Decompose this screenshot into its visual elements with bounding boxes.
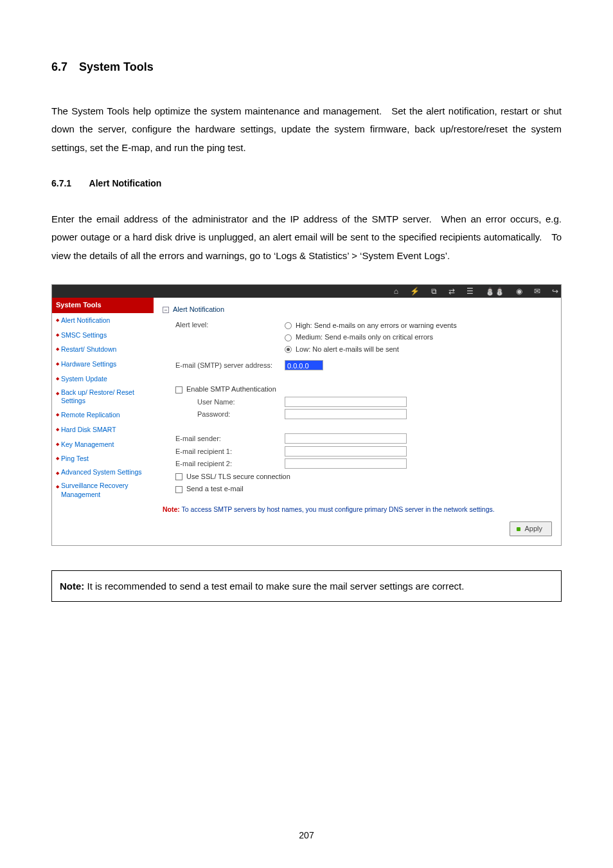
sidebar-item-hard-disk-smart[interactable]: ◆Hard Disk SMART bbox=[52, 422, 154, 437]
sidebar-item-system-update[interactable]: ◆System Update bbox=[52, 372, 154, 386]
section-heading: 6.7 System Tools bbox=[51, 58, 562, 77]
enable-smtp-auth[interactable]: Enable SMTP Authentication bbox=[163, 384, 552, 395]
email-recipient1-input[interactable] bbox=[285, 446, 407, 457]
username-label: User Name: bbox=[163, 397, 285, 408]
alert-level-high[interactable]: High: Send e-mails on any errors or warn… bbox=[285, 320, 552, 332]
document-note-box: Note: It is recommended to send a test e… bbox=[51, 570, 562, 602]
sidebar-item-label: Remote Replication bbox=[61, 410, 151, 420]
users-icon[interactable]: ⛄⛄ bbox=[485, 285, 504, 298]
page-number: 207 bbox=[0, 828, 613, 842]
use-ssl-tls[interactable]: Use SSL/ TLS secure connection bbox=[163, 471, 552, 483]
apply-label: Apply bbox=[524, 523, 542, 535]
sidebar-item-ping-test[interactable]: ◆Ping Test bbox=[52, 451, 154, 466]
alert-level-medium[interactable]: Medium: Send e-mails only on critical er… bbox=[285, 332, 552, 343]
email-recipient2-input[interactable] bbox=[285, 458, 407, 469]
radio-label: Low: No alert e-mails will be sent bbox=[296, 344, 399, 356]
sidebar-item-label: Hardware Settings bbox=[61, 359, 151, 370]
smtp-address-label: E-mail (SMTP) server address: bbox=[163, 360, 285, 372]
collapse-icon[interactable]: − bbox=[163, 307, 169, 313]
sidebar-item-label: Key Management bbox=[61, 439, 151, 450]
lightning-icon[interactable]: ⚡ bbox=[410, 285, 420, 298]
alert-level-label: Alert level: bbox=[163, 320, 285, 356]
sidebar-item-label: Restart/ Shutdown bbox=[61, 344, 151, 355]
top-icon-bar: ⌂ ⚡ ⧉ ⇄ ☰ ⛄⛄ ◉ ✉ ↪ bbox=[52, 285, 561, 298]
logout-icon[interactable]: ↪ bbox=[552, 285, 558, 298]
sidebar-item-label: Advanced System Settings bbox=[61, 468, 151, 477]
transfer-icon[interactable]: ⇄ bbox=[449, 285, 455, 298]
sidebar-header: System Tools bbox=[52, 298, 154, 313]
radio-label: Medium: Send e-mails only on critical er… bbox=[296, 332, 433, 343]
alert-level-low[interactable]: Low: No alert e-mails will be sent bbox=[285, 344, 552, 356]
sidebar-item-label: System Update bbox=[61, 374, 151, 384]
ui-screenshot: ⌂ ⚡ ⧉ ⇄ ☰ ⛄⛄ ◉ ✉ ↪ System Tools ◆Alert N… bbox=[51, 284, 562, 546]
sidebar-item-remote-replication[interactable]: ◆Remote Replication bbox=[52, 408, 154, 422]
checkbox-label: Use SSL/ TLS secure connection bbox=[186, 473, 290, 480]
sidebar-item-smsc-settings[interactable]: ◆SMSC Settings bbox=[52, 328, 154, 343]
sidebar-item-advanced-system-settings[interactable]: ◆Advanced System Settings bbox=[52, 466, 154, 480]
panel-header[interactable]: − Alert Notification bbox=[163, 304, 552, 316]
note-label: Note: bbox=[60, 581, 84, 592]
email-recipient1-label: E-mail recipient 1: bbox=[163, 446, 285, 458]
sidebar-item-alert-notification[interactable]: ◆Alert Notification bbox=[52, 313, 154, 328]
content-panel: − Alert Notification Alert level: High: … bbox=[154, 298, 561, 545]
radio-label: High: Send e-mails on any errors or warn… bbox=[296, 320, 457, 332]
list-icon[interactable]: ☰ bbox=[466, 285, 474, 298]
smtp-address-input[interactable]: 0.0.0.0 bbox=[285, 360, 323, 370]
password-label: Password: bbox=[163, 409, 285, 420]
sidebar-item-key-management[interactable]: ◆Key Management bbox=[52, 437, 154, 452]
username-input[interactable] bbox=[285, 397, 407, 407]
sidebar: System Tools ◆Alert Notification ◆SMSC S… bbox=[52, 298, 154, 545]
sidebar-item-label: SMSC Settings bbox=[61, 330, 151, 341]
config-note: Note: To access SMTP servers by host nam… bbox=[163, 504, 552, 515]
subsection-heading: 6.7.1 Alert Notification bbox=[51, 176, 562, 190]
mail-icon[interactable]: ✉ bbox=[534, 285, 540, 298]
sidebar-item-hardware-settings[interactable]: ◆Hardware Settings bbox=[52, 357, 154, 372]
sidebar-item-surveillance-recovery-management[interactable]: ◆Surveillance Recovery Management bbox=[52, 480, 154, 501]
sidebar-item-label: Ping Test bbox=[61, 453, 151, 464]
sliders-icon[interactable]: ⧉ bbox=[431, 285, 437, 298]
sidebar-item-label: Alert Notification bbox=[61, 315, 151, 326]
password-input[interactable] bbox=[285, 409, 407, 419]
panel-title: Alert Notification bbox=[173, 304, 224, 316]
sidebar-item-backup-restore-reset[interactable]: ◆Back up/ Restore/ Reset Settings bbox=[52, 386, 154, 408]
apply-icon bbox=[517, 527, 520, 531]
email-sender-input[interactable] bbox=[285, 433, 407, 444]
camera-icon[interactable]: ◉ bbox=[516, 285, 522, 298]
note-body: To access SMTP servers by host names, yo… bbox=[180, 505, 495, 513]
apply-button[interactable]: Apply bbox=[510, 521, 552, 537]
email-sender-label: E-mail sender: bbox=[163, 433, 285, 445]
intro-paragraph: The System Tools help optimize the syste… bbox=[51, 102, 562, 158]
subsection-paragraph: Enter the email address of the administr… bbox=[51, 210, 562, 266]
note-prefix: Note: bbox=[163, 505, 180, 513]
note-text: It is recommended to send a test email t… bbox=[84, 581, 464, 592]
checkbox-label: Enable SMTP Authentication bbox=[186, 385, 276, 393]
send-test-email[interactable]: Send a test e-mail bbox=[163, 484, 552, 495]
checkbox-label: Send a test e-mail bbox=[186, 485, 244, 493]
sidebar-item-label: Hard Disk SMART bbox=[61, 424, 151, 435]
sidebar-item-label: Back up/ Restore/ Reset Settings bbox=[61, 388, 151, 406]
email-recipient2-label: E-mail recipient 2: bbox=[163, 458, 285, 470]
sidebar-item-restart-shutdown[interactable]: ◆Restart/ Shutdown bbox=[52, 342, 154, 357]
sidebar-item-label: Surveillance Recovery Management bbox=[61, 482, 151, 499]
home-icon[interactable]: ⌂ bbox=[394, 285, 398, 298]
